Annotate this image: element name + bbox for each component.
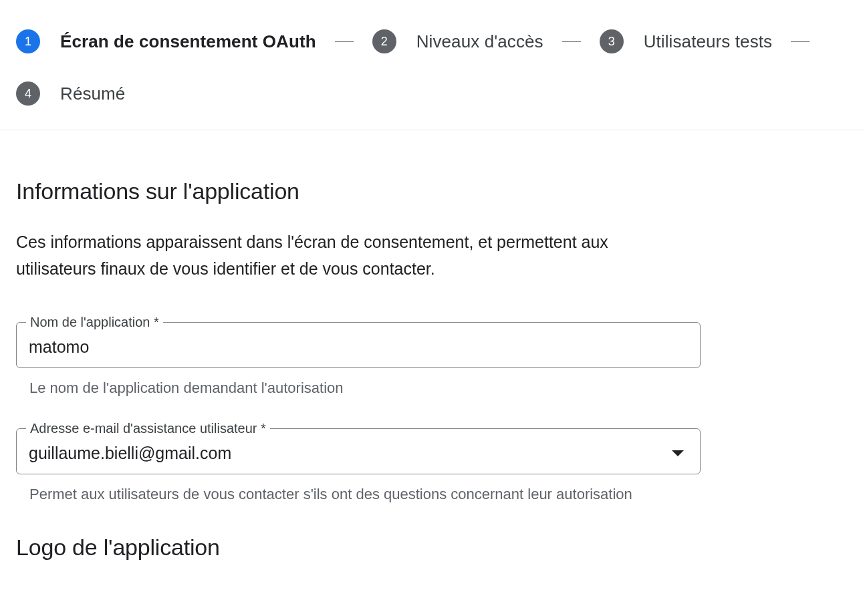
stepper: 1 Écran de consentement OAuth 2 Niveaux …: [0, 0, 865, 130]
app-name-label: Nom de l'application *: [26, 315, 163, 330]
support-email-box[interactable]: Adresse e-mail d'assistance utilisateur …: [16, 428, 701, 474]
support-email-select[interactable]: guillaume.bielli@gmail.com: [29, 444, 688, 463]
support-email-help: Permet aux utilisateurs de vous contacte…: [29, 484, 671, 505]
app-name-field: Nom de l'application * Le nom de l'appli…: [16, 322, 701, 399]
section-title-app-info: Informations sur l'application: [16, 178, 693, 204]
section-description: Ces informations apparaissent dans l'écr…: [16, 228, 671, 282]
step-separator-icon: [562, 41, 581, 42]
step-3-label: Utilisateurs tests: [644, 31, 773, 52]
step-separator-icon: [335, 41, 354, 42]
step-2[interactable]: 2 Niveaux d'accès: [372, 29, 543, 53]
step-4[interactable]: 4 Résumé: [16, 82, 125, 106]
step-4-number: 4: [16, 82, 40, 106]
step-3[interactable]: 3 Utilisateurs tests: [600, 29, 773, 53]
support-email-value: guillaume.bielli@gmail.com: [29, 444, 231, 463]
step-3-number: 3: [600, 29, 624, 53]
chevron-down-icon: [672, 450, 684, 456]
app-name-help: Le nom de l'application demandant l'auto…: [29, 377, 671, 399]
step-4-label: Résumé: [60, 84, 125, 104]
step-1[interactable]: 1 Écran de consentement OAuth: [16, 29, 316, 53]
step-1-label: Écran de consentement OAuth: [60, 31, 316, 52]
app-name-box[interactable]: Nom de l'application *: [16, 322, 701, 368]
app-name-input[interactable]: [29, 337, 688, 357]
support-email-label: Adresse e-mail d'assistance utilisateur …: [26, 421, 270, 436]
step-2-number: 2: [372, 29, 396, 53]
content: Informations sur l'application Ces infor…: [0, 130, 709, 561]
step-separator-icon: [791, 41, 810, 42]
step-1-number: 1: [16, 29, 40, 53]
support-email-field: Adresse e-mail d'assistance utilisateur …: [16, 428, 701, 505]
step-2-label: Niveaux d'accès: [416, 31, 543, 52]
section-title-logo: Logo de l'application: [16, 534, 693, 561]
